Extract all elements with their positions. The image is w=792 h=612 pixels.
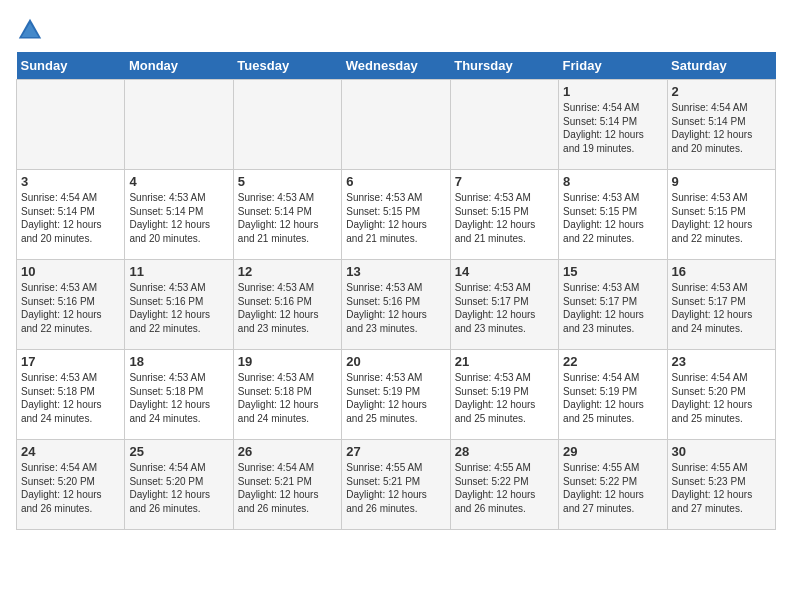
- day-content: Sunrise: 4:54 AM Sunset: 5:21 PM Dayligh…: [238, 461, 337, 515]
- day-content: Sunrise: 4:54 AM Sunset: 5:20 PM Dayligh…: [21, 461, 120, 515]
- day-number: 26: [238, 444, 337, 459]
- calendar-cell: 4Sunrise: 4:53 AM Sunset: 5:14 PM Daylig…: [125, 170, 233, 260]
- day-number: 1: [563, 84, 662, 99]
- day-content: Sunrise: 4:53 AM Sunset: 5:18 PM Dayligh…: [238, 371, 337, 425]
- calendar-cell: 30Sunrise: 4:55 AM Sunset: 5:23 PM Dayli…: [667, 440, 775, 530]
- day-number: 20: [346, 354, 445, 369]
- calendar-cell: 28Sunrise: 4:55 AM Sunset: 5:22 PM Dayli…: [450, 440, 558, 530]
- calendar-cell: 22Sunrise: 4:54 AM Sunset: 5:19 PM Dayli…: [559, 350, 667, 440]
- page-header: [16, 16, 776, 44]
- day-number: 13: [346, 264, 445, 279]
- day-content: Sunrise: 4:53 AM Sunset: 5:19 PM Dayligh…: [455, 371, 554, 425]
- calendar-cell: 14Sunrise: 4:53 AM Sunset: 5:17 PM Dayli…: [450, 260, 558, 350]
- calendar-cell: 7Sunrise: 4:53 AM Sunset: 5:15 PM Daylig…: [450, 170, 558, 260]
- calendar-cell: 11Sunrise: 4:53 AM Sunset: 5:16 PM Dayli…: [125, 260, 233, 350]
- weekday-header-thursday: Thursday: [450, 52, 558, 80]
- day-content: Sunrise: 4:53 AM Sunset: 5:16 PM Dayligh…: [346, 281, 445, 335]
- calendar-cell: 23Sunrise: 4:54 AM Sunset: 5:20 PM Dayli…: [667, 350, 775, 440]
- calendar-cell: 20Sunrise: 4:53 AM Sunset: 5:19 PM Dayli…: [342, 350, 450, 440]
- day-content: Sunrise: 4:53 AM Sunset: 5:17 PM Dayligh…: [455, 281, 554, 335]
- calendar-week-3: 10Sunrise: 4:53 AM Sunset: 5:16 PM Dayli…: [17, 260, 776, 350]
- calendar-cell: 15Sunrise: 4:53 AM Sunset: 5:17 PM Dayli…: [559, 260, 667, 350]
- day-content: Sunrise: 4:53 AM Sunset: 5:15 PM Dayligh…: [346, 191, 445, 245]
- day-content: Sunrise: 4:53 AM Sunset: 5:18 PM Dayligh…: [21, 371, 120, 425]
- weekday-header-sunday: Sunday: [17, 52, 125, 80]
- day-content: Sunrise: 4:53 AM Sunset: 5:17 PM Dayligh…: [563, 281, 662, 335]
- day-content: Sunrise: 4:55 AM Sunset: 5:23 PM Dayligh…: [672, 461, 771, 515]
- day-number: 21: [455, 354, 554, 369]
- calendar-cell: [233, 80, 341, 170]
- day-number: 7: [455, 174, 554, 189]
- day-content: Sunrise: 4:55 AM Sunset: 5:22 PM Dayligh…: [563, 461, 662, 515]
- calendar-cell: 9Sunrise: 4:53 AM Sunset: 5:15 PM Daylig…: [667, 170, 775, 260]
- day-content: Sunrise: 4:54 AM Sunset: 5:20 PM Dayligh…: [129, 461, 228, 515]
- day-number: 12: [238, 264, 337, 279]
- calendar-table: SundayMondayTuesdayWednesdayThursdayFrid…: [16, 52, 776, 530]
- calendar-cell: 6Sunrise: 4:53 AM Sunset: 5:15 PM Daylig…: [342, 170, 450, 260]
- day-content: Sunrise: 4:53 AM Sunset: 5:16 PM Dayligh…: [238, 281, 337, 335]
- day-number: 15: [563, 264, 662, 279]
- day-number: 27: [346, 444, 445, 459]
- day-number: 24: [21, 444, 120, 459]
- weekday-header-wednesday: Wednesday: [342, 52, 450, 80]
- calendar-cell: 16Sunrise: 4:53 AM Sunset: 5:17 PM Dayli…: [667, 260, 775, 350]
- day-content: Sunrise: 4:53 AM Sunset: 5:16 PM Dayligh…: [21, 281, 120, 335]
- logo-icon: [16, 16, 44, 44]
- day-number: 22: [563, 354, 662, 369]
- calendar-cell: 12Sunrise: 4:53 AM Sunset: 5:16 PM Dayli…: [233, 260, 341, 350]
- weekday-header-saturday: Saturday: [667, 52, 775, 80]
- weekday-header-friday: Friday: [559, 52, 667, 80]
- day-content: Sunrise: 4:55 AM Sunset: 5:22 PM Dayligh…: [455, 461, 554, 515]
- day-content: Sunrise: 4:54 AM Sunset: 5:20 PM Dayligh…: [672, 371, 771, 425]
- calendar-week-1: 1Sunrise: 4:54 AM Sunset: 5:14 PM Daylig…: [17, 80, 776, 170]
- day-number: 18: [129, 354, 228, 369]
- day-content: Sunrise: 4:54 AM Sunset: 5:14 PM Dayligh…: [21, 191, 120, 245]
- day-number: 28: [455, 444, 554, 459]
- calendar-cell: 5Sunrise: 4:53 AM Sunset: 5:14 PM Daylig…: [233, 170, 341, 260]
- calendar-cell: 8Sunrise: 4:53 AM Sunset: 5:15 PM Daylig…: [559, 170, 667, 260]
- calendar-cell: 18Sunrise: 4:53 AM Sunset: 5:18 PM Dayli…: [125, 350, 233, 440]
- day-content: Sunrise: 4:54 AM Sunset: 5:14 PM Dayligh…: [672, 101, 771, 155]
- day-content: Sunrise: 4:53 AM Sunset: 5:15 PM Dayligh…: [455, 191, 554, 245]
- calendar-cell: [450, 80, 558, 170]
- calendar-cell: 10Sunrise: 4:53 AM Sunset: 5:16 PM Dayli…: [17, 260, 125, 350]
- weekday-header-row: SundayMondayTuesdayWednesdayThursdayFrid…: [17, 52, 776, 80]
- calendar-week-2: 3Sunrise: 4:54 AM Sunset: 5:14 PM Daylig…: [17, 170, 776, 260]
- day-number: 11: [129, 264, 228, 279]
- calendar-cell: 29Sunrise: 4:55 AM Sunset: 5:22 PM Dayli…: [559, 440, 667, 530]
- calendar-cell: [125, 80, 233, 170]
- weekday-header-monday: Monday: [125, 52, 233, 80]
- calendar-cell: 24Sunrise: 4:54 AM Sunset: 5:20 PM Dayli…: [17, 440, 125, 530]
- calendar-cell: 19Sunrise: 4:53 AM Sunset: 5:18 PM Dayli…: [233, 350, 341, 440]
- day-number: 14: [455, 264, 554, 279]
- day-number: 6: [346, 174, 445, 189]
- day-content: Sunrise: 4:54 AM Sunset: 5:19 PM Dayligh…: [563, 371, 662, 425]
- day-number: 5: [238, 174, 337, 189]
- calendar-cell: 27Sunrise: 4:55 AM Sunset: 5:21 PM Dayli…: [342, 440, 450, 530]
- day-content: Sunrise: 4:53 AM Sunset: 5:18 PM Dayligh…: [129, 371, 228, 425]
- day-number: 8: [563, 174, 662, 189]
- calendar-cell: 3Sunrise: 4:54 AM Sunset: 5:14 PM Daylig…: [17, 170, 125, 260]
- weekday-header-tuesday: Tuesday: [233, 52, 341, 80]
- calendar-cell: 21Sunrise: 4:53 AM Sunset: 5:19 PM Dayli…: [450, 350, 558, 440]
- day-content: Sunrise: 4:53 AM Sunset: 5:19 PM Dayligh…: [346, 371, 445, 425]
- day-number: 29: [563, 444, 662, 459]
- day-content: Sunrise: 4:53 AM Sunset: 5:17 PM Dayligh…: [672, 281, 771, 335]
- day-content: Sunrise: 4:53 AM Sunset: 5:14 PM Dayligh…: [238, 191, 337, 245]
- day-number: 3: [21, 174, 120, 189]
- calendar-cell: [17, 80, 125, 170]
- day-number: 25: [129, 444, 228, 459]
- day-content: Sunrise: 4:55 AM Sunset: 5:21 PM Dayligh…: [346, 461, 445, 515]
- day-number: 23: [672, 354, 771, 369]
- calendar-cell: 25Sunrise: 4:54 AM Sunset: 5:20 PM Dayli…: [125, 440, 233, 530]
- day-number: 9: [672, 174, 771, 189]
- day-content: Sunrise: 4:53 AM Sunset: 5:15 PM Dayligh…: [672, 191, 771, 245]
- calendar-cell: 13Sunrise: 4:53 AM Sunset: 5:16 PM Dayli…: [342, 260, 450, 350]
- day-content: Sunrise: 4:53 AM Sunset: 5:16 PM Dayligh…: [129, 281, 228, 335]
- day-number: 16: [672, 264, 771, 279]
- day-content: Sunrise: 4:53 AM Sunset: 5:15 PM Dayligh…: [563, 191, 662, 245]
- day-content: Sunrise: 4:53 AM Sunset: 5:14 PM Dayligh…: [129, 191, 228, 245]
- calendar-cell: 26Sunrise: 4:54 AM Sunset: 5:21 PM Dayli…: [233, 440, 341, 530]
- calendar-week-4: 17Sunrise: 4:53 AM Sunset: 5:18 PM Dayli…: [17, 350, 776, 440]
- day-number: 19: [238, 354, 337, 369]
